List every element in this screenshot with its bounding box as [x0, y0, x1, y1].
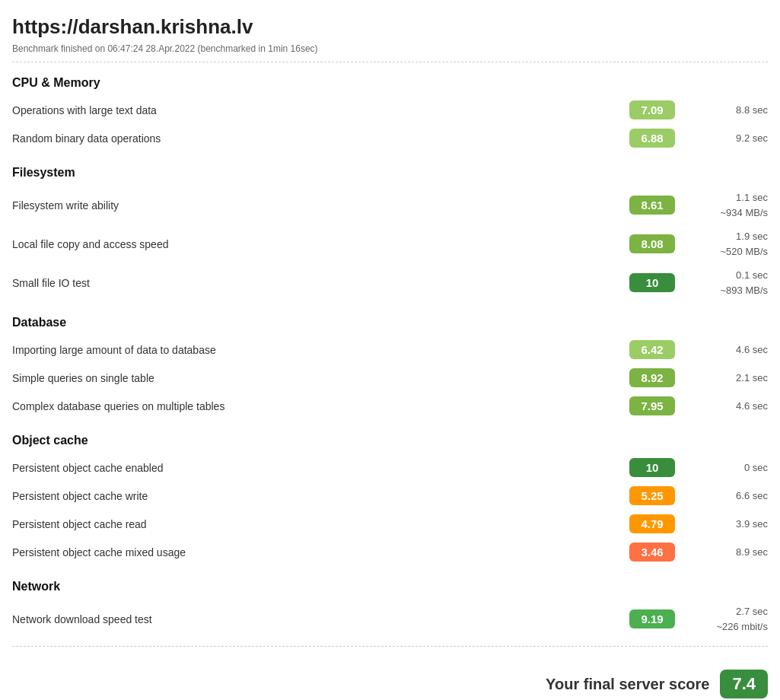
benchmark-row: Network download speed test9.192.7 sec~2… [12, 600, 768, 638]
time-info: 8.9 sec [684, 545, 768, 560]
score-badge: 4.79 [629, 514, 675, 533]
benchmark-row: Persistent object cache read4.793.9 sec [12, 510, 768, 538]
score-badge: 6.42 [629, 340, 675, 359]
benchmark-label: Complex database queries on multiple tab… [12, 400, 629, 412]
score-badge: 3.46 [629, 542, 675, 562]
score-badge: 6.88 [629, 129, 675, 148]
benchmark-label: Operations with large text data [12, 104, 629, 116]
final-score-badge: 7.4 [720, 670, 768, 698]
benchmark-label: Persistent object cache read [12, 518, 629, 530]
benchmark-row: Filesystem write ability8.611.1 sec~934 … [12, 186, 768, 224]
benchmark-row: Persistent object cache enabled100 sec [12, 453, 768, 482]
benchmark-label: Random binary data operations [12, 132, 629, 145]
score-badge: 10 [629, 273, 675, 292]
page-container: https://darshan.krishna.lv Benchmark fin… [0, 0, 780, 700]
benchmark-row: Persistent object cache mixed usage3.468… [12, 538, 768, 566]
benchmark-label: Simple queries on single table [12, 372, 629, 384]
benchmark-label: Local file copy and access speed [12, 238, 629, 250]
section-title-network: Network [12, 580, 768, 593]
benchmark-row: Complex database queries on multiple tab… [12, 392, 768, 420]
benchmark-row: Operations with large text data7.098.8 s… [12, 96, 768, 124]
benchmark-row: Importing large amount of data to databa… [12, 336, 768, 364]
benchmark-row: Local file copy and access speed8.081.9 … [12, 224, 768, 263]
score-badge: 8.61 [629, 196, 675, 215]
time-info: 2.7 sec~226 mbit/s [684, 604, 768, 634]
time-info: 0 sec [684, 460, 768, 476]
time-info: 9.2 sec [684, 131, 768, 146]
score-badge: 10 [629, 458, 675, 477]
benchmark-row: Persistent object cache write5.256.6 sec [12, 482, 768, 510]
benchmark-row: Simple queries on single table8.922.1 se… [12, 364, 768, 392]
time-info: 0.1 sec~893 MB/s [684, 268, 768, 298]
final-score-label: Your final server score [546, 676, 709, 693]
bottom-divider [12, 646, 768, 647]
benchmark-label: Small file IO test [12, 277, 629, 289]
score-badge: 7.95 [629, 396, 675, 415]
benchmark-subtitle: Benchmark finished on 06:47:24 28.Apr.20… [12, 43, 768, 54]
benchmark-label: Network download speed test [12, 613, 629, 625]
section-title-database: Database [12, 316, 768, 329]
benchmark-row: Small file IO test100.1 sec~893 MB/s [12, 263, 768, 302]
top-divider [12, 62, 768, 62]
benchmark-row: Random binary data operations6.889.2 sec [12, 124, 768, 152]
site-title: https://darshan.krishna.lv [12, 15, 768, 39]
time-info: 3.9 sec [684, 517, 768, 532]
time-info: 2.1 sec [684, 371, 768, 386]
benchmark-label: Persistent object cache enabled [12, 462, 629, 474]
section-title-filesystem: Filesystem [12, 166, 768, 180]
score-badge: 7.09 [629, 100, 675, 119]
benchmark-label: Persistent object cache write [12, 490, 629, 502]
sections-container: CPU & MemoryOperations with large text d… [12, 76, 768, 638]
benchmark-label: Importing large amount of data to databa… [12, 344, 629, 356]
time-info: 1.1 sec~934 MB/s [684, 190, 768, 220]
section-title-cpu-memory: CPU & Memory [12, 76, 768, 90]
time-info: 4.6 sec [684, 399, 768, 414]
final-score-row: Your final server score 7.4 [12, 662, 768, 700]
time-info: 6.6 sec [684, 488, 768, 504]
score-badge: 9.19 [629, 609, 675, 628]
benchmark-label: Persistent object cache mixed usage [12, 546, 629, 558]
score-badge: 5.25 [629, 486, 675, 505]
time-info: 8.8 sec [684, 103, 768, 118]
score-badge: 8.92 [629, 368, 675, 387]
section-title-object-cache: Object cache [12, 434, 768, 447]
score-badge: 8.08 [629, 234, 675, 253]
benchmark-label: Filesystem write ability [12, 199, 629, 212]
time-info: 4.6 sec [684, 342, 768, 358]
time-info: 1.9 sec~520 MB/s [684, 229, 768, 259]
